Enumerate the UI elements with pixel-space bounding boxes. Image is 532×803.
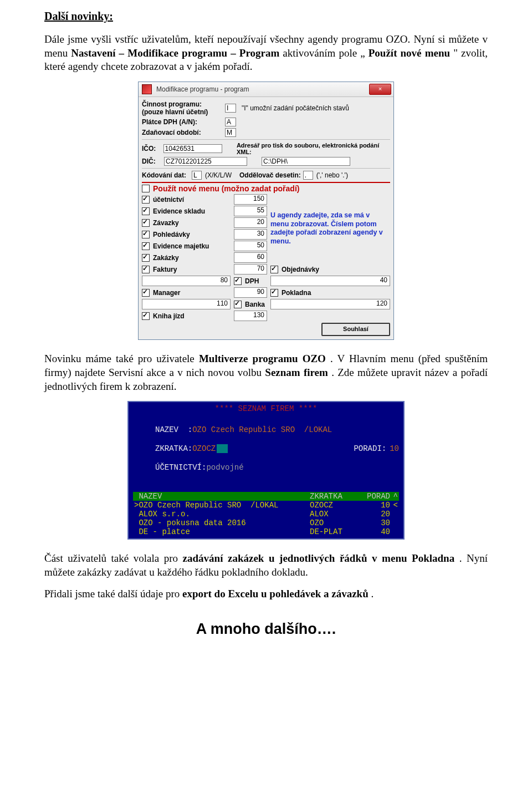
agenda-row-8[interactable]: DPH [234, 277, 267, 285]
input-dic[interactable]: CZ7012201225 [164, 157, 247, 166]
agenda-checkbox[interactable] [270, 266, 278, 273]
dos-row-poradi: 20 [360, 510, 390, 519]
agenda-label: Manager [153, 289, 180, 297]
agenda-order-input[interactable]: 70 [234, 264, 267, 275]
agenda-checkbox[interactable] [142, 231, 150, 238]
checkbox-new-menu[interactable] [142, 185, 150, 192]
input-ico[interactable]: 10426531 [163, 144, 222, 153]
side-help-text: U agendy zadejte, zda se má v menu zobra… [270, 211, 390, 246]
agenda-order-input[interactable]: 90 [234, 287, 267, 298]
lbl-cinnost-1: Činnost programu: [142, 100, 225, 108]
agenda-row-11[interactable]: Banka [234, 301, 267, 308]
hint-cinnost: "I" umožní zadání počátečních stavů [242, 104, 349, 112]
agenda-checkbox[interactable] [234, 277, 242, 285]
dos-val-zkratka[interactable]: OZOCZ [192, 444, 216, 453]
para-4: Přidali jsme také další údaje pro export… [44, 587, 488, 601]
use-new-menu-row[interactable]: Použít nové menu (možno zadat pořadí) [142, 184, 390, 193]
para-3-text: Část uživatelů také volala pro [44, 552, 183, 564]
lbl-cinnost-2: (pouze hlavní účetní) [142, 108, 225, 116]
dos-val-nazev[interactable]: OZO Czech Republic SRO /LOKAL [192, 425, 332, 434]
para-3: Část uživatelů také volala pro zadávání … [44, 552, 488, 579]
para-4-text: Přidali jsme také další údaje pro [44, 588, 182, 599]
dos-seznam-firem: **** SEZNAM FIREM **** NAZEV : OZO Czech… [127, 401, 405, 540]
input-cinnost[interactable]: I [225, 104, 236, 113]
agenda-label: Zakázky [153, 254, 179, 262]
dos-row-nazev: OZO - pokusna data 2016 [139, 519, 310, 527]
dialog-titlebar[interactable]: Modifikace programu - program × [139, 82, 393, 97]
agenda-order-input[interactable]: 30 [234, 229, 267, 240]
input-platce[interactable]: A [225, 118, 236, 126]
agenda-checkbox[interactable] [142, 207, 150, 215]
dos-firm-row[interactable]: DE - platceDE-PLAT40 [133, 527, 399, 536]
lbl-oddelovac: Oddělovač desetin: [239, 171, 301, 179]
dos-title: **** SEZNAM FIREM **** [133, 404, 399, 415]
agenda-row-5[interactable]: Zakázky [142, 254, 231, 262]
dos-row-poradi: 10 [360, 501, 390, 510]
agenda-order-input[interactable]: 60 [234, 252, 267, 263]
agenda-checkbox[interactable] [142, 266, 150, 273]
agenda-label: Evidence skladu [153, 207, 205, 215]
agenda-row-0[interactable]: účetnictví [142, 196, 231, 204]
lbl-new-menu: Použít nové menu (možno zadat pořadí) [153, 184, 299, 193]
dos-row-nazev: DE - platce [139, 527, 310, 536]
agenda-order-input[interactable]: 40 [270, 276, 390, 286]
lbl-ico: IČO: [142, 145, 163, 153]
input-oddelovac[interactable]: . [303, 171, 313, 180]
agenda-label: Pohledávky [153, 231, 190, 238]
dos-row-nazev: ALOX s.r.o. [139, 510, 310, 519]
dos-val-poradi[interactable]: 10 [390, 444, 399, 453]
cursor-icon [217, 444, 228, 453]
input-kodovani[interactable]: L [192, 171, 202, 180]
agenda-checkbox[interactable] [142, 196, 150, 204]
dos-row-zkratka: OZOCZ [310, 501, 360, 510]
agenda-label: Kniha jízd [153, 312, 185, 320]
agenda-order-input[interactable]: 20 [234, 217, 267, 228]
agenda-checkbox[interactable] [142, 289, 150, 297]
dos-firm-row[interactable]: OZO - pokusna data 2016OZO30 [133, 519, 399, 527]
para-2-bold1: Multiverze programu OZO [199, 353, 326, 364]
agenda-label: Objednávky [282, 266, 319, 273]
agenda-order-input[interactable]: 130 [234, 311, 267, 321]
agenda-order-input[interactable]: 110 [142, 299, 231, 309]
agenda-row-7[interactable]: Objednávky [270, 266, 390, 273]
dos-val-ucetnictvi: podvojné [206, 463, 243, 472]
agenda-row-2[interactable]: Závazky [142, 219, 231, 227]
para-4-bold: export do Excelu u pohledávek a závazků [182, 588, 369, 599]
agenda-row-10[interactable]: Pokladna [270, 289, 390, 297]
agenda-checkbox[interactable] [270, 289, 278, 297]
para-3-bold: zadávání zakázek u jednotlivých řádků v … [183, 552, 455, 564]
app-icon [142, 84, 152, 94]
agenda-checkbox[interactable] [234, 301, 242, 308]
para-1-text2: aktivováním pole „ [283, 47, 365, 59]
agenda-order-input[interactable]: 50 [234, 241, 267, 251]
agenda-order-input[interactable]: 150 [234, 194, 267, 205]
agenda-label: Závazky [153, 219, 179, 227]
para-1: Dále jsme vyšli vstříc uživatelům, kteří… [44, 33, 488, 74]
agenda-row-4[interactable]: Evidence majetku [142, 242, 231, 250]
dos-firm-row[interactable]: ALOX s.r.o.ALOX20 [133, 510, 399, 519]
souhlasi-button[interactable]: Souhlasí [321, 323, 390, 336]
agenda-order-input[interactable]: 80 [142, 276, 231, 286]
agenda-row-12[interactable]: Kniha jízd [142, 312, 231, 320]
agenda-order-input[interactable]: 120 [270, 299, 390, 309]
agenda-row-1[interactable]: Evidence skladu [142, 207, 231, 215]
dos-lbl-ucetnictvi: ÚČETNICTVÍ: [155, 463, 206, 472]
agenda-checkbox[interactable] [142, 219, 150, 227]
agenda-row-6[interactable]: Faktury [142, 266, 231, 273]
modifikace-dialog: Modifikace programu - program × Činnost … [138, 82, 394, 340]
lbl-zdanperiod: Zdaňovací období: [142, 129, 225, 136]
agenda-checkbox[interactable] [142, 242, 150, 250]
input-zdanperiod[interactable]: M [225, 128, 236, 137]
dos-row-zkratka: ALOX [310, 510, 360, 519]
dos-firm-row[interactable]: >OZO Czech Republic SRO /LOKALOZOCZ10< [133, 501, 399, 510]
agenda-row-3[interactable]: Pohledávky [142, 231, 231, 238]
agenda-checkbox[interactable] [142, 312, 150, 320]
input-adresar[interactable]: C:\DPH\ [262, 157, 350, 166]
bottom-heading: A mnoho dalšího…. [44, 621, 488, 638]
dos-lbl-nazev: NAZEV : [155, 425, 192, 434]
close-button[interactable]: × [369, 84, 391, 95]
dos-lbl-poradi: PORADI: [354, 444, 386, 453]
agenda-order-input[interactable]: 55 [234, 206, 267, 216]
agenda-row-9[interactable]: Manager [142, 289, 231, 297]
agenda-checkbox[interactable] [142, 254, 150, 262]
